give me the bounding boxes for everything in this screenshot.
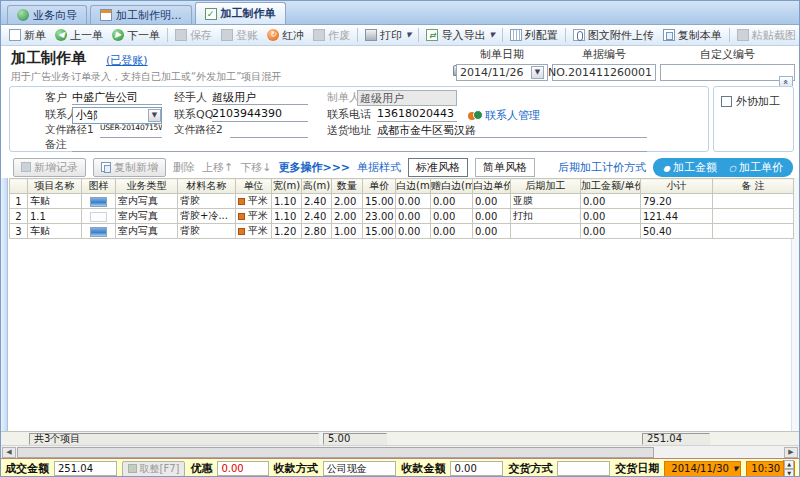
- cell-biz-type[interactable]: 室内写真: [116, 194, 178, 209]
- cell-unit[interactable]: 平米: [236, 224, 272, 239]
- col-header[interactable]: 图样: [82, 179, 116, 194]
- contact-combo[interactable]: 小邹▼: [72, 107, 162, 124]
- cell-subtotal[interactable]: 50.40: [641, 224, 713, 239]
- cell-item-name[interactable]: 车贴: [28, 224, 82, 239]
- outsource-checkbox[interactable]: 外协加工: [721, 94, 780, 109]
- next-order-button[interactable]: ▶下一单: [108, 27, 164, 44]
- col-header[interactable]: 数量: [332, 179, 363, 194]
- cell-thumbnail[interactable]: [82, 194, 116, 209]
- cell-post-process[interactable]: 亚膜: [511, 194, 581, 209]
- dropdown-icon[interactable]: ▼: [531, 66, 544, 79]
- col-header[interactable]: 项目名称: [28, 179, 82, 194]
- col-header[interactable]: 单位: [236, 179, 272, 194]
- prev-order-button[interactable]: ◀上一单: [51, 27, 107, 44]
- copy-add-button[interactable]: 复制新增: [93, 158, 166, 177]
- cell-price[interactable]: 15.00: [363, 194, 396, 209]
- pricing-unit-radio[interactable]: ○加工单价: [729, 160, 783, 175]
- pay-method-field[interactable]: 公司现金: [323, 461, 397, 476]
- col-header[interactable]: 材料名称: [178, 179, 236, 194]
- tab-processing-detail[interactable]: 加工制作明...: [90, 5, 192, 24]
- cell-free-white-edge[interactable]: 0.00: [431, 209, 473, 224]
- delivery-date-combo[interactable]: 2014/11/30▼: [664, 461, 741, 477]
- col-header[interactable]: 高(m): [302, 179, 332, 194]
- cell-unit[interactable]: 平米: [236, 194, 272, 209]
- cell-post-amount[interactable]: 0.00: [581, 224, 641, 239]
- col-header[interactable]: 白边单价: [473, 179, 511, 194]
- cell-material[interactable]: 背胶: [178, 224, 236, 239]
- cell-biz-type[interactable]: 室内写真: [116, 209, 178, 224]
- qq-field[interactable]: 2103944390: [212, 107, 308, 122]
- spin-down-icon[interactable]: ▼: [784, 469, 794, 477]
- cell-height[interactable]: 2.40: [302, 209, 332, 224]
- add-record-button[interactable]: 新增记录: [13, 158, 86, 177]
- cell-post-amount[interactable]: 0.00: [581, 194, 641, 209]
- customer-field[interactable]: 中盛广告公司: [72, 90, 162, 105]
- col-header[interactable]: 赠白边(m): [431, 179, 473, 194]
- cell-width[interactable]: 1.10: [272, 209, 302, 224]
- scroll-left-icon[interactable]: ◀: [2, 447, 16, 458]
- save-button[interactable]: 保存: [171, 27, 216, 44]
- cell-white-price[interactable]: 0.00: [473, 209, 511, 224]
- print-button[interactable]: 打印▼: [361, 27, 415, 44]
- cell-item-name[interactable]: 1.1: [28, 209, 82, 224]
- cell-material[interactable]: 背胶+冷...: [178, 209, 236, 224]
- scroll-right-icon[interactable]: ▶: [784, 447, 798, 458]
- standard-style-button[interactable]: 标准风格: [408, 158, 468, 177]
- delete-button[interactable]: 删除: [173, 160, 195, 175]
- posted-status-link[interactable]: (已登账): [106, 53, 148, 68]
- cell-qty[interactable]: 2.00: [332, 209, 363, 224]
- delivery-time-spinner[interactable]: 10:30▲▼: [746, 461, 795, 477]
- simple-style-button[interactable]: 简单风格: [475, 158, 535, 177]
- custom-no-field[interactable]: [660, 64, 795, 81]
- cell-width[interactable]: 1.20: [272, 224, 302, 239]
- cell-remark[interactable]: [713, 224, 794, 239]
- phone-field[interactable]: 13618020443: [377, 107, 457, 122]
- file-path2-field[interactable]: [230, 123, 308, 138]
- cell-thumbnail[interactable]: [82, 224, 116, 239]
- cell-white-edge[interactable]: 0.00: [396, 194, 431, 209]
- cell-free-white-edge[interactable]: 0.00: [431, 194, 473, 209]
- cell-thumbnail[interactable]: [82, 209, 116, 224]
- dropdown-icon[interactable]: ▼: [148, 109, 161, 122]
- col-header[interactable]: 单价: [363, 179, 396, 194]
- deal-amount-field[interactable]: 251.04: [54, 461, 117, 476]
- handler-field[interactable]: 超级用户: [212, 90, 308, 105]
- cell-height[interactable]: 2.40: [302, 194, 332, 209]
- scrollbar-thumb[interactable]: [17, 447, 654, 458]
- import-export-button[interactable]: ⇄导入导出▼: [422, 27, 498, 44]
- cell-subtotal[interactable]: 79.20: [641, 194, 713, 209]
- make-date-combo[interactable]: 2014/11/26▼: [456, 64, 548, 81]
- table-row[interactable]: 1 车贴 室内写真 背胶 平米 1.10 2.40 2.00 15.00 0.0…: [10, 194, 794, 209]
- cell-item-name[interactable]: 车贴: [28, 194, 82, 209]
- remark-field[interactable]: [72, 137, 647, 152]
- new-order-button[interactable]: 新单: [5, 27, 50, 44]
- col-header[interactable]: 后期加工: [511, 179, 581, 194]
- cell-height[interactable]: 2.80: [302, 224, 332, 239]
- move-up-button[interactable]: 上移↑: [202, 160, 233, 175]
- cell-white-price[interactable]: 0.00: [473, 224, 511, 239]
- more-actions-link[interactable]: 更多操作>>>: [278, 160, 350, 175]
- cell-post-process[interactable]: [511, 224, 581, 239]
- spin-up-icon[interactable]: ▲: [784, 460, 794, 469]
- cell-white-edge[interactable]: 0.00: [396, 224, 431, 239]
- delivery-method-field[interactable]: [557, 461, 610, 476]
- col-header[interactable]: 加工金额/单价: [581, 179, 641, 194]
- file-path1-field[interactable]: USER-20140715WT:C:\Users: [100, 123, 162, 138]
- cell-subtotal[interactable]: 121.44: [641, 209, 713, 224]
- col-header[interactable]: 业务类型: [116, 179, 178, 194]
- cell-remark[interactable]: [713, 209, 794, 224]
- cell-post-process[interactable]: 打扣: [511, 209, 581, 224]
- pricing-amount-radio[interactable]: ●加工金额: [663, 160, 717, 175]
- cell-biz-type[interactable]: 室内写真: [116, 224, 178, 239]
- col-header[interactable]: 小计: [641, 179, 713, 194]
- register-button[interactable]: 登账: [217, 27, 262, 44]
- paste-screenshot-button[interactable]: 粘贴截图: [733, 27, 800, 44]
- contact-manager-link[interactable]: 联系人管理: [468, 108, 540, 123]
- table-row[interactable]: 3 车贴 室内写真 背胶 平米 1.20 2.80 1.00 15.00 0.0…: [10, 224, 794, 239]
- col-header[interactable]: 备 注: [713, 179, 794, 194]
- cell-free-white-edge[interactable]: 0.00: [431, 224, 473, 239]
- address-field[interactable]: 成都市金牛区蜀汉路: [377, 123, 647, 138]
- cell-post-amount[interactable]: 0.00: [581, 209, 641, 224]
- cell-white-edge[interactable]: 0.00: [396, 209, 431, 224]
- cell-price[interactable]: 23.00: [363, 209, 396, 224]
